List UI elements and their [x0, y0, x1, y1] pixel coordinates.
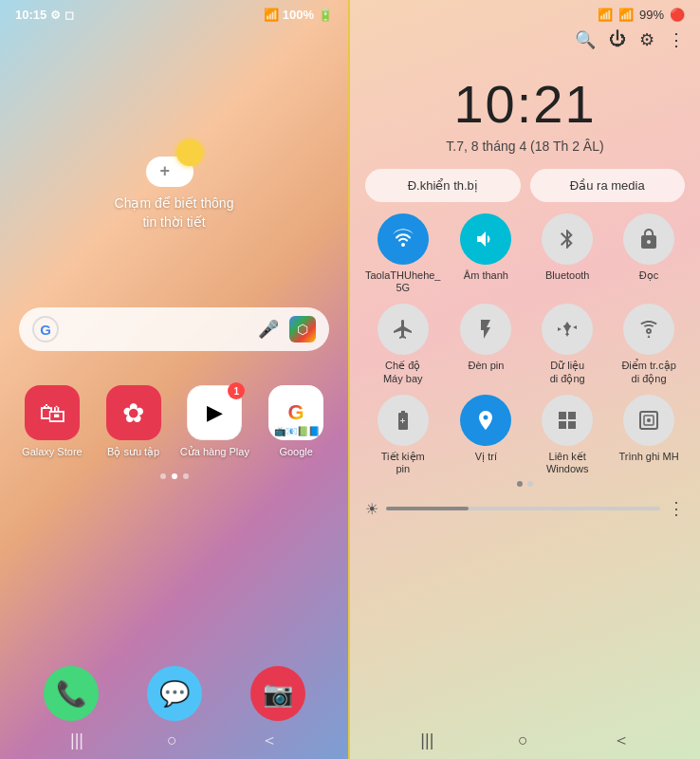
- right-dot-1: [517, 481, 523, 487]
- page-dots: [0, 473, 348, 479]
- left-status-right: 📶 100% 🔋: [264, 8, 333, 22]
- right-phone: 📶 📶 99% 🔴 🔍 ⏻ ⚙ ⋮ 10:21 T.7, 8 tháng 4 (…: [350, 0, 700, 759]
- left-nav-bar: ||| ○ ＜: [0, 729, 348, 751]
- bluetooth-tile-label: Bluetooth: [545, 269, 589, 282]
- windows-link-tile-icon[interactable]: [542, 395, 593, 446]
- wifi-tile-label: TaolaTHUhehe_5G: [365, 269, 441, 294]
- right-dot-2: [527, 481, 533, 487]
- bst-icon[interactable]: ✿: [106, 385, 161, 440]
- right-nav-bar: ||| ○ ＜: [350, 729, 700, 751]
- media-output-btn[interactable]: Đầu ra media: [530, 169, 686, 202]
- settings-icon: ⚙: [50, 9, 61, 22]
- app-grid: 🛍 Galaxy Store ✿ Bộ sưu tập ▶ 1 Cửa hàng…: [0, 370, 348, 458]
- clock-date: T.7, 8 tháng 4 (18 Th 2 ÂL): [350, 139, 700, 154]
- right-status-icons: 📶 📶 99% 🔴: [598, 8, 685, 22]
- clock-time: 10:21: [350, 73, 700, 135]
- left-nav-home[interactable]: ○: [167, 731, 177, 750]
- quick-actions-row: 🔍 ⏻ ⚙ ⋮: [350, 26, 700, 54]
- hotspot-tile-icon[interactable]: [623, 304, 674, 355]
- weather-text: Chạm để biết thôngtin thời tiết: [115, 194, 234, 231]
- screen-record-tile-icon[interactable]: [623, 395, 674, 446]
- right-page-dots: [350, 481, 700, 487]
- tile-wifi[interactable]: TaolaTHUhehe_5G: [365, 213, 441, 294]
- windows-link-tile-label: Liên kếtWindows: [546, 451, 589, 475]
- play-label: Cửa hàng Play: [180, 446, 249, 458]
- app-item-galaxy-store[interactable]: 🛍 Galaxy Store: [15, 385, 89, 458]
- right-status-bar: 📶 📶 99% 🔴: [350, 0, 700, 26]
- lens-icon[interactable]: ⬡: [289, 316, 316, 342]
- power-quick-icon[interactable]: ⏻: [609, 29, 626, 50]
- left-phone: 10:15 ⚙ ◻ 📶 100% 🔋 + Chạm để biết thôngt…: [0, 0, 350, 759]
- google-icon[interactable]: G 📺📧📗📘: [268, 385, 323, 440]
- airplane-tile-label: Chế độMáy bay: [383, 360, 423, 384]
- left-nav-back[interactable]: ＜: [261, 729, 278, 751]
- svg-point-0: [401, 243, 405, 247]
- tile-airplane[interactable]: Chế độMáy bay: [365, 304, 441, 384]
- right-nav-home[interactable]: ○: [518, 731, 528, 750]
- dock-camera[interactable]: 📷: [250, 666, 305, 721]
- tile-mobile-data[interactable]: Dữ liệudi động: [531, 304, 603, 384]
- search-bar[interactable]: G 🎤 ⬡: [19, 307, 329, 351]
- app-item-play[interactable]: ▶ 1 Cửa hàng Play: [178, 385, 252, 458]
- play-badge: 1: [228, 382, 245, 399]
- location-tile-icon[interactable]: [460, 395, 511, 446]
- dot-2: [172, 473, 177, 479]
- brightness-track[interactable]: [386, 507, 660, 510]
- google-label: Google: [279, 446, 312, 458]
- weather-widget[interactable]: + Chạm để biết thôngtin thời tiết: [0, 139, 348, 231]
- airplane-tile-icon[interactable]: [378, 304, 429, 355]
- microphone-icon[interactable]: 🎤: [255, 316, 282, 342]
- tile-windows-link[interactable]: Liên kếtWindows: [531, 395, 603, 475]
- weather-icon: +: [146, 139, 203, 187]
- device-control-btn[interactable]: Đ.khiển th.bị: [365, 169, 521, 202]
- tile-sound[interactable]: Âm thanh: [451, 213, 523, 294]
- tile-torch[interactable]: Đèn pin: [451, 304, 523, 384]
- app-item-google[interactable]: G 📺📧📗📘 Google: [259, 385, 333, 458]
- wifi-icon: 📶: [264, 8, 279, 22]
- tile-battery-saver[interactable]: Tiết kiệmpin: [365, 395, 441, 475]
- galaxy-store-icon[interactable]: 🛍: [25, 385, 80, 440]
- signal-icon: 📶: [618, 8, 634, 22]
- google-logo: G: [32, 316, 59, 342]
- settings-quick-icon[interactable]: ⚙: [639, 29, 654, 50]
- sound-tile-label: Âm thanh: [464, 269, 508, 282]
- right-nav-recent[interactable]: |||: [420, 731, 433, 750]
- torch-tile-icon[interactable]: [460, 304, 511, 355]
- galaxy-store-label: Galaxy Store: [22, 446, 83, 458]
- hotspot-tile-label: Điểm tr.cậpdi động: [621, 360, 675, 384]
- brightness-bar: ☀ ⋮: [350, 491, 700, 527]
- more-quick-icon[interactable]: ⋮: [668, 29, 685, 50]
- search-quick-icon[interactable]: 🔍: [575, 29, 596, 50]
- app-item-bst[interactable]: ✿ Bộ sưu tập: [97, 385, 171, 458]
- torch-tile-label: Đèn pin: [468, 360, 504, 372]
- tile-doc[interactable]: Đọc: [613, 213, 685, 294]
- dock: 📞 💬 📷: [0, 666, 348, 721]
- mobile-data-tile-icon[interactable]: [542, 304, 593, 355]
- tile-hotspot[interactable]: Điểm tr.cậpdi động: [613, 304, 685, 384]
- tile-location[interactable]: Vị trí: [451, 395, 523, 475]
- dot-1: [160, 473, 166, 479]
- left-status-left: 10:15 ⚙ ◻: [15, 8, 74, 22]
- brightness-more-icon[interactable]: ⋮: [668, 498, 685, 519]
- svg-point-3: [647, 418, 651, 422]
- battery-status-icon: 🔴: [670, 8, 685, 22]
- wifi-tile-icon[interactable]: [378, 213, 429, 265]
- battery-icon: 🔋: [318, 8, 333, 22]
- tile-bluetooth[interactable]: Bluetooth: [531, 213, 603, 294]
- sound-tile-icon[interactable]: [460, 213, 511, 265]
- battery-saver-tile-label: Tiết kiệmpin: [381, 451, 425, 475]
- control-buttons: Đ.khiển th.bị Đầu ra media: [350, 154, 700, 210]
- bluetooth-tile-icon[interactable]: [542, 213, 593, 265]
- dock-messages[interactable]: 💬: [147, 666, 202, 721]
- play-store-icon[interactable]: ▶ 1: [187, 385, 242, 440]
- doc-tile-icon[interactable]: [623, 213, 674, 265]
- clock-display: 10:21 T.7, 8 tháng 4 (18 Th 2 ÂL): [350, 73, 700, 154]
- tile-screen-record[interactable]: Trình ghi MH: [613, 395, 685, 475]
- doc-tile-label: Đọc: [639, 269, 658, 282]
- right-nav-back[interactable]: ＜: [613, 729, 630, 751]
- left-status-bar: 10:15 ⚙ ◻ 📶 100% 🔋: [0, 0, 348, 26]
- left-nav-recent[interactable]: |||: [70, 731, 83, 750]
- left-time: 10:15: [15, 8, 46, 22]
- dock-phone[interactable]: 📞: [44, 666, 99, 721]
- battery-saver-tile-icon[interactable]: [378, 395, 429, 446]
